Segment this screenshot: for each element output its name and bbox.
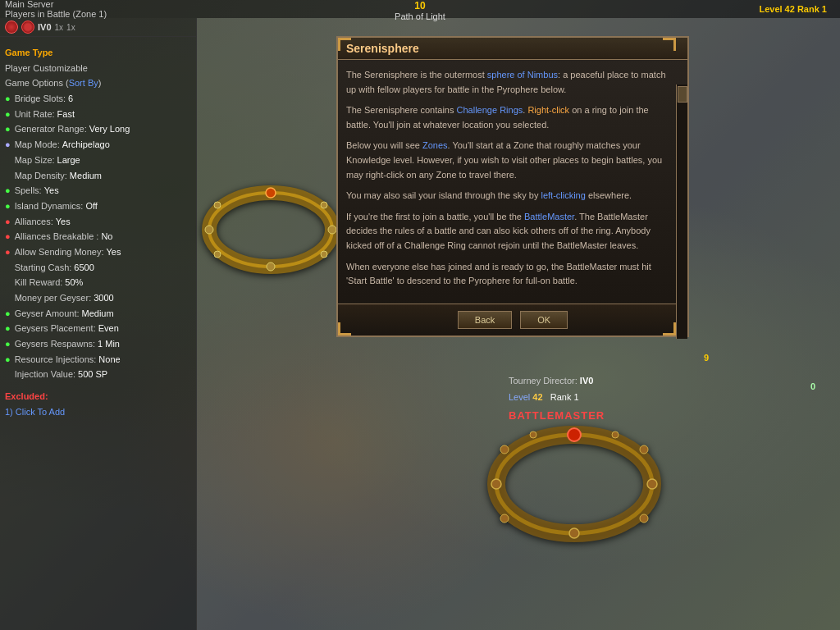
unit-rate-row: ● Unit Rate: Fast [5,107,191,122]
geysers-placement-row: ● Geysers Placement: Even [5,321,191,336]
top-bar: Main Server Players in Battle (Zone 1) 1… [0,0,840,18]
resource-injections-row: ● Resource Injections: None [5,352,191,368]
svg-point-20 [612,431,619,438]
geyser-amount-row: ● Geyser Amount: Medium [5,306,191,322]
ring-main [484,410,664,558]
alliances-row: ● Alliances: Yes [5,214,191,230]
dialog-title-bar: Serenisphere [338,38,687,60]
svg-point-2 [266,188,276,198]
player-badge-2: 1x [66,23,75,32]
svg-point-4 [267,262,275,271]
left-panel: IV0 1x 1x Game Type Player Customizable … [0,18,197,630]
player-customizable-label: Player Customizable [5,61,191,76]
dialog-corner-tr [663,38,676,51]
injection-value-row: ● Injection Value: 500 SP [5,367,191,382]
map-mode-row: ● Map Mode: Archipelago [5,137,191,153]
svg-point-12 [568,428,581,441]
dialog-para-3: Below you will see Zones. You'll start a… [346,139,671,182]
svg-point-18 [500,445,509,454]
svg-point-1 [209,193,332,267]
svg-point-15 [491,479,501,489]
dialog-scrollbar[interactable] [676,84,687,339]
svg-point-9 [214,251,221,258]
zones-link: Zones [422,140,448,150]
svg-point-5 [205,226,213,234]
player-name: IV0 [38,22,52,32]
left-clicking-link: left-clicking [541,190,585,200]
allow-sending-money-row: ● Allow Sending Money: Yes [5,244,191,260]
resource-badge-2: 0 [810,381,815,391]
server-name: Main Server [5,0,53,9]
money-per-geyser-row: ● Money per Geyser: 3000 [5,290,191,306]
tourney-director-row: Tourney Director: IV0 [509,373,605,390]
svg-point-16 [640,445,648,454]
dialog-corner-bl [338,322,351,336]
spells-row: ● Spells: Yes [5,183,191,199]
server-info: Main Server Players in Battle (Zone 1) [5,0,759,19]
alliances-breakable-row: ● Alliances Breakable : No [5,229,191,244]
svg-point-14 [569,528,579,538]
dialog-title: Serenisphere [346,42,419,55]
svg-point-7 [321,251,327,258]
players-label: Players in Battle (Zone 1) [5,9,107,19]
battlemaster-label: BATTLEMASTER [509,406,605,425]
map-size-row: ● Map Size: Large [5,153,191,168]
svg-point-21 [530,431,536,438]
svg-point-13 [647,479,657,489]
resource-badge-1: 9 [704,353,709,363]
svg-point-11 [496,435,652,533]
player-badge-1: 1x [55,23,64,32]
serenisphere-dialog: Serenisphere The Serenisphere is the out… [336,36,689,337]
svg-point-6 [321,202,327,208]
dialog-corner-tl [338,38,351,51]
battlemaster-link: BattleMaster [524,212,574,221]
svg-point-8 [214,202,221,208]
bridge-slots-row: ● Bridge Slots: 6 [5,91,191,107]
sphere-link: sphere of Nimbus [487,70,558,80]
right-click-hint: Right-click [527,105,569,115]
kill-reward-row: ● Kill Reward: 50% [5,275,191,290]
generator-range-row: ● Generator Range: Very Long [5,121,191,137]
game-info-panel: Game Type Player Customizable Game Optio… [0,37,196,423]
dialog-content: The Serenisphere is the outermost sphere… [338,60,687,304]
ok-button[interactable]: OK [520,311,568,329]
dialog-buttons: Back OK [338,304,687,336]
player-gem-icon [21,21,34,34]
dialog-para-2: The Serenisphere contains Challenge Ring… [346,103,671,132]
dialog-para-4: You may also sail your island through th… [346,189,671,203]
svg-point-3 [328,226,336,234]
island-dynamics-row: ● Island Dynamics: Off [5,199,191,214]
player-status-icon [5,21,18,34]
svg-point-19 [500,514,509,523]
geysers-respawns-row: ● Geysers Respawns: 1 Min [5,336,191,352]
dialog-scroll-thumb[interactable] [678,86,687,103]
sort-by-link[interactable]: Sort By [69,78,98,88]
game-options-row: Game Options (Sort By) [5,75,191,91]
ring-left [197,176,345,283]
dialog-para-6: When everyone else has joined and is rea… [346,260,671,289]
dialog-para-1: The Serenisphere is the outermost sphere… [346,68,671,97]
map-density-row: ● Map Density: Medium [5,168,191,184]
excluded-section: Excluded: [5,389,191,404]
click-to-add[interactable]: 1) Click To Add [5,404,65,420]
player-row: IV0 1x 1x [0,18,196,37]
svg-point-17 [640,514,648,523]
challenge-rings-link: Challenge Rings [457,105,523,115]
tourney-rank-value: 1 [574,392,579,402]
level-info: Level 42 Rank 1 [759,4,827,14]
tourney-info: Tourney Director: IV0 Level 42 Rank 1 BA… [509,373,605,425]
starting-cash-row: ● Starting Cash: 6500 [5,260,191,276]
tourney-level-value: 42 [532,392,542,402]
excluded-item-1[interactable]: 1) Click To Add [5,404,191,420]
back-button[interactable]: Back [458,311,512,329]
dialog-corner-br [663,322,676,336]
dialog-para-5: If you're the first to join a battle, yo… [346,210,671,253]
tourney-level-row: Level 42 Rank 1 [509,390,605,406]
game-type-label: Game Type [5,45,191,61]
excluded-title: Excluded: [5,391,48,401]
